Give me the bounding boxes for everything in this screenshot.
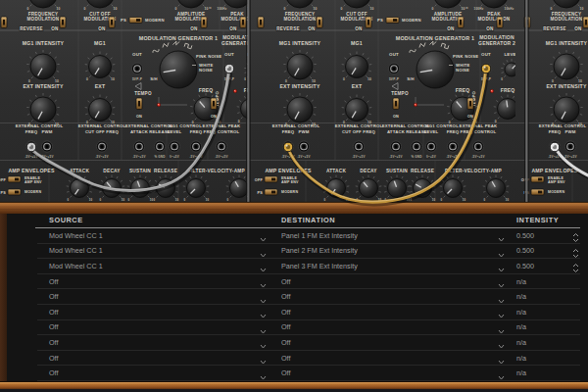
source-select[interactable]: Off <box>49 366 267 380</box>
enable-amp-env-switch[interactable] <box>531 176 544 182</box>
intensity-field[interactable]: n/a <box>516 366 565 380</box>
control-jack[interactable] <box>353 141 364 152</box>
on-switch[interactable] <box>109 17 115 28</box>
chevron-down-icon[interactable] <box>260 237 267 243</box>
on-switch[interactable] <box>366 17 371 28</box>
control-jack[interactable] <box>96 141 107 152</box>
knob-body[interactable] <box>554 54 579 79</box>
control-jack[interactable] <box>298 141 309 152</box>
control-jack[interactable] <box>425 141 436 152</box>
ps-modern-switch[interactable] <box>129 18 142 24</box>
destination-select[interactable]: Off <box>281 289 495 304</box>
chevron-down-icon[interactable] <box>260 360 267 366</box>
chevron-down-icon[interactable] <box>260 283 267 289</box>
control-jack[interactable] <box>169 141 179 152</box>
knob-body[interactable] <box>160 51 197 88</box>
knob-body[interactable] <box>346 56 368 78</box>
destination-select[interactable]: Off <box>281 351 495 366</box>
chevron-down-icon[interactable] <box>260 375 267 381</box>
destination-select[interactable]: Off <box>281 274 495 289</box>
on-switch[interactable] <box>458 17 464 28</box>
enable-amp-env-switch[interactable] <box>8 176 21 182</box>
stepper-icon[interactable] <box>572 248 579 259</box>
intensity-field[interactable]: n/a <box>516 335 565 350</box>
knob-body[interactable] <box>360 179 378 198</box>
destination-select[interactable]: Off <box>281 305 495 319</box>
source-select[interactable]: Off <box>49 289 267 304</box>
destination-select[interactable]: Panel 2 FM Ext Intensity <box>281 244 495 259</box>
intensity-field[interactable]: n/a <box>516 305 565 319</box>
chevron-down-icon[interactable] <box>498 253 505 259</box>
source-select[interactable]: Off <box>49 351 267 366</box>
knob-body[interactable] <box>287 97 313 122</box>
tempo-switch[interactable] <box>211 98 217 110</box>
control-jack[interactable] <box>390 141 401 152</box>
on-switch[interactable] <box>583 17 588 28</box>
source-select[interactable]: Mod Wheel CC 1 <box>49 259 267 273</box>
knob-body[interactable] <box>444 179 463 198</box>
waveform-selector-knob[interactable] <box>160 51 197 88</box>
control-jack[interactable] <box>133 141 144 152</box>
tempo-switch[interactable] <box>393 98 399 110</box>
mg1-out-jack[interactable] <box>131 63 142 74</box>
chevron-down-icon[interactable] <box>260 314 267 319</box>
chevron-down-icon[interactable] <box>498 360 505 366</box>
destination-select[interactable]: Off <box>281 320 495 335</box>
destination-select[interactable]: Off <box>281 335 495 350</box>
chevron-down-icon[interactable] <box>260 329 267 335</box>
chevron-down-icon[interactable] <box>498 283 505 289</box>
control-jack[interactable] <box>472 141 483 152</box>
chevron-down-icon[interactable] <box>260 299 267 305</box>
chevron-down-icon[interactable] <box>260 268 267 273</box>
destination-select[interactable]: Panel 1 FM Ext Intensity <box>281 228 495 243</box>
knob-body[interactable] <box>89 56 112 78</box>
knob-body[interactable] <box>554 97 579 122</box>
intensity-field[interactable]: 0.500 <box>516 244 565 259</box>
knob-body[interactable] <box>498 99 518 120</box>
mg1-out-jack[interactable] <box>388 63 399 74</box>
source-select[interactable]: Off <box>49 320 267 335</box>
knob-body[interactable] <box>287 54 313 79</box>
on-switch[interactable] <box>497 17 503 28</box>
chevron-down-icon[interactable] <box>260 344 267 350</box>
chevron-down-icon[interactable] <box>498 314 505 319</box>
knob-body[interactable] <box>89 99 112 122</box>
chevron-down-icon[interactable] <box>260 253 267 259</box>
knob-body[interactable] <box>416 51 454 88</box>
knob-body[interactable] <box>346 99 368 122</box>
knob-body[interactable] <box>230 179 249 198</box>
source-select[interactable]: Mod Wheel CC 1 <box>49 228 267 243</box>
source-select[interactable]: Off <box>49 274 267 289</box>
reverse-switch[interactable] <box>1 17 7 28</box>
control-jack[interactable] <box>411 141 421 152</box>
intensity-field[interactable]: 0.500 <box>516 259 565 273</box>
source-select[interactable]: Off <box>49 305 267 319</box>
stepper-icon[interactable] <box>572 232 579 243</box>
control-jack[interactable] <box>190 141 201 152</box>
on-switch[interactable] <box>60 17 66 28</box>
control-jack[interactable] <box>564 141 575 152</box>
destination-select[interactable]: Off <box>281 366 495 380</box>
knob-body[interactable] <box>187 179 206 198</box>
on-switch[interactable] <box>240 17 246 28</box>
intensity-field[interactable]: n/a <box>516 320 565 335</box>
ps-modern-switch[interactable] <box>386 18 399 24</box>
stepper-icon[interactable] <box>572 263 579 273</box>
knob-body[interactable] <box>388 179 407 198</box>
chevron-down-icon[interactable] <box>498 237 505 243</box>
destination-select[interactable]: Panel 3 FM Ext Intensity <box>281 259 495 273</box>
intensity-field[interactable]: 0.500 <box>516 228 565 243</box>
source-select[interactable]: Off <box>49 335 267 350</box>
waveform-selector-knob[interactable] <box>416 51 454 88</box>
ps-modern-switch[interactable] <box>8 189 21 195</box>
source-select[interactable]: Mod Wheel CC 1 <box>49 244 267 259</box>
chevron-down-icon[interactable] <box>498 329 505 335</box>
chevron-down-icon[interactable] <box>498 268 505 273</box>
intensity-field[interactable]: n/a <box>516 351 565 366</box>
knob-body[interactable] <box>487 179 506 198</box>
chevron-down-icon[interactable] <box>498 375 505 381</box>
intensity-field[interactable]: n/a <box>516 274 565 289</box>
control-jack[interactable] <box>447 141 458 152</box>
on-switch[interactable] <box>201 17 207 28</box>
knob-body[interactable] <box>30 54 56 79</box>
